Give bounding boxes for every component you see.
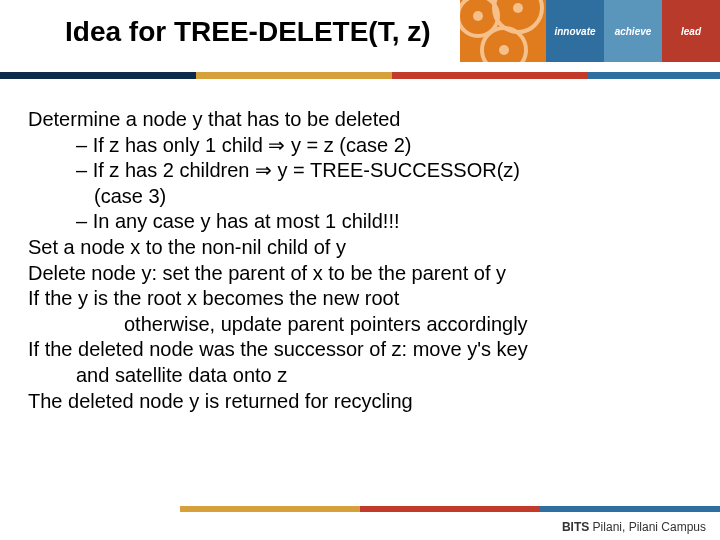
- pill-lead: lead: [662, 0, 720, 62]
- body-bullet: – If z has only 1 child ⇒ y = z (case 2): [46, 133, 698, 159]
- body-line-cont: otherwise, update parent pointers accord…: [28, 312, 698, 338]
- body-line: If the y is the root x becomes the new r…: [28, 286, 698, 312]
- body-line: Determine a node y that has to be delete…: [28, 107, 698, 133]
- slide-header: Idea for TREE-DELETE(T, z) innovate achi…: [0, 0, 720, 72]
- footer-text: BITS Pilani, Pilani Campus: [562, 520, 706, 534]
- body-line: If the deleted node was the successor of…: [28, 337, 698, 363]
- body-bullet-cont: (case 3): [28, 184, 698, 210]
- pill-achieve: achieve: [604, 0, 662, 62]
- svg-point-5: [499, 45, 509, 55]
- footer-brand: BITS: [562, 520, 589, 534]
- footer-divider: [180, 506, 720, 512]
- slide-body: Determine a node y that has to be delete…: [0, 79, 720, 414]
- svg-point-3: [473, 11, 483, 21]
- svg-point-4: [513, 3, 523, 13]
- body-bullet: – If z has 2 children ⇒ y = TREE-SUCCESS…: [46, 158, 698, 184]
- body-line: The deleted node y is returned for recyc…: [28, 389, 698, 415]
- body-line-cont: and satellite data onto z: [28, 363, 698, 389]
- slide-title: Idea for TREE-DELETE(T, z): [65, 16, 431, 48]
- pill-innovate: innovate: [546, 0, 604, 62]
- body-line: Delete node y: set the parent of x to be…: [28, 261, 698, 287]
- body-bullet: – In any case y has at most 1 child!!!: [46, 209, 698, 235]
- brand-logo-strip: innovate achieve lead: [460, 0, 720, 62]
- footer-campus: Pilani, Pilani Campus: [589, 520, 706, 534]
- gear-icon: [460, 0, 546, 62]
- body-line: Set a node x to the non-nil child of y: [28, 235, 698, 261]
- header-divider: [0, 72, 720, 79]
